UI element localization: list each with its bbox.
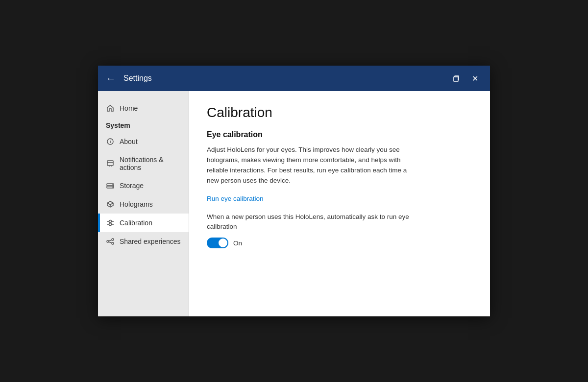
about-icon: [106, 137, 115, 146]
svg-point-3: [110, 140, 110, 140]
sidebar-item-calibration[interactable]: Calibration: [98, 214, 189, 232]
storage-label: Storage: [120, 182, 144, 190]
home-icon: [106, 104, 115, 113]
sidebar-item-shared[interactable]: Shared experiences: [98, 232, 189, 251]
toggle-control: On: [207, 238, 242, 248]
window-controls: ✕: [448, 71, 482, 86]
calibration-label: Calibration: [120, 219, 152, 227]
notifications-label: Notifications & actions: [120, 156, 181, 171]
about-label: About: [120, 138, 138, 145]
sidebar-item-notifications[interactable]: Notifications & actions: [98, 151, 189, 176]
restore-icon: [452, 74, 460, 82]
sidebar-item-about[interactable]: About: [98, 132, 189, 151]
svg-point-21: [112, 242, 114, 244]
svg-rect-0: [454, 77, 458, 81]
svg-point-18: [109, 223, 112, 226]
main-area: Home System About: [98, 91, 490, 316]
system-section: System: [98, 118, 189, 132]
content-panel: Calibration Eye calibration Adjust HoloL…: [189, 91, 490, 316]
page-title: Calibration: [207, 105, 472, 120]
svg-line-23: [109, 242, 112, 243]
svg-rect-4: [107, 161, 113, 166]
titlebar: ← Settings ✕: [98, 66, 490, 91]
svg-point-19: [107, 240, 109, 242]
svg-point-10: [112, 184, 113, 185]
svg-point-17: [109, 220, 112, 223]
run-calibration-link[interactable]: Run eye calibration: [207, 195, 264, 202]
sidebar: Home System About: [98, 91, 189, 316]
eye-calibration-toggle[interactable]: [207, 238, 228, 248]
holograms-label: Holograms: [120, 200, 153, 208]
back-button[interactable]: ←: [106, 73, 116, 83]
description-text: Adjust HoloLens for your eyes. This impr…: [207, 145, 417, 186]
storage-icon: [106, 181, 115, 190]
toggle-description: When a new person uses this HoloLens, au…: [207, 212, 417, 232]
toggle-section: When a new person uses this HoloLens, au…: [207, 212, 472, 249]
home-label: Home: [120, 104, 138, 112]
window-title: Settings: [123, 74, 448, 83]
toggle-state-label: On: [233, 239, 242, 247]
holograms-icon: [106, 200, 115, 209]
calibration-icon: [106, 218, 115, 227]
section-title: Eye calibration: [207, 130, 472, 139]
svg-point-11: [112, 187, 113, 187]
shared-label: Shared experiences: [120, 238, 181, 245]
sidebar-item-storage[interactable]: Storage: [98, 176, 189, 195]
svg-point-20: [112, 239, 114, 240]
notifications-icon: [106, 159, 115, 168]
close-icon: ✕: [472, 74, 478, 83]
restore-button[interactable]: [448, 72, 464, 85]
sidebar-item-holograms[interactable]: Holograms: [98, 195, 189, 214]
settings-window: ← Settings ✕: [98, 66, 490, 316]
svg-line-22: [109, 240, 112, 241]
close-button[interactable]: ✕: [468, 71, 482, 86]
sidebar-item-home[interactable]: Home: [98, 99, 189, 118]
shared-icon: [106, 237, 115, 246]
